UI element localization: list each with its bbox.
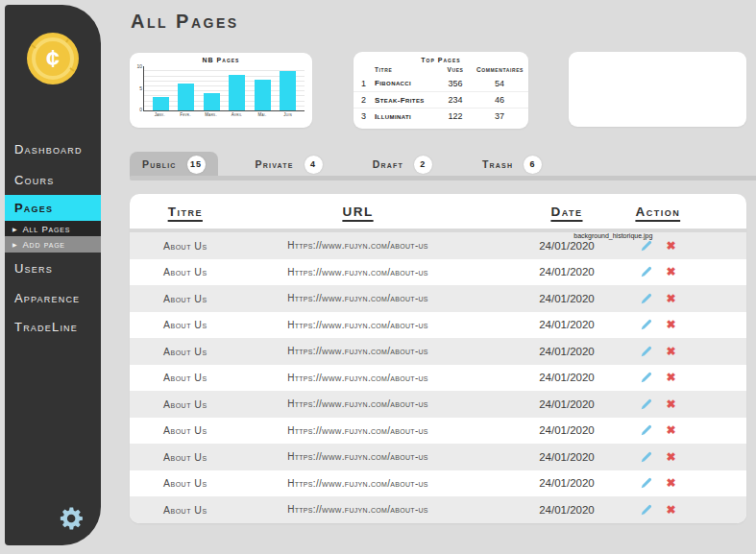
- y-tick-label: 10: [133, 63, 142, 69]
- x-tick-label: Fevr.: [177, 112, 193, 119]
- cell-url[interactable]: Https://www.fujyn.com/about-us: [241, 240, 476, 251]
- tab-private[interactable]: Private4: [243, 152, 335, 177]
- cell-titre: About Us: [130, 372, 241, 383]
- tab-draft[interactable]: Draft2: [360, 152, 445, 177]
- sidebar-item-pages[interactable]: Pages: [5, 195, 101, 221]
- delete-x-icon[interactable]: ✖: [666, 477, 675, 489]
- tab-underline-bar: [130, 176, 756, 181]
- tab-trash[interactable]: Trash6: [470, 152, 554, 177]
- x-tick-label: Juin: [280, 112, 296, 119]
- chart-bar-janv: [153, 97, 169, 110]
- chart-plot-area: [143, 66, 305, 111]
- cell-url[interactable]: Https://www.fujyn.com/about-us: [241, 267, 476, 277]
- cell-action: ✖: [635, 450, 715, 464]
- chart-title: NB Pages: [130, 53, 312, 63]
- cell-action: ✖: [635, 265, 715, 278]
- cell-url[interactable]: Https://www.fujyn.com/about-us: [241, 425, 476, 436]
- x-tick-label: Mai.: [254, 112, 270, 119]
- cell-action: ✖: [635, 318, 715, 331]
- cell-date: 24/01/2020: [487, 346, 647, 357]
- top-pages-row: 2Steak-Frites23446: [354, 91, 528, 108]
- cell-date: 24/01/2020: [487, 504, 647, 516]
- chart-bar-mai: [255, 80, 271, 110]
- cell-titre: About Us: [130, 240, 241, 252]
- sidebar-subitem-label: All Pages: [22, 224, 70, 234]
- chart-bar-mars: [204, 93, 220, 110]
- empty-card: [569, 52, 746, 127]
- cell-action: ✖: [635, 371, 715, 384]
- status-tabs: Public15Private4Draft2Trash6: [130, 152, 554, 177]
- sidebar-item-dashboard[interactable]: Dashboard: [5, 133, 101, 164]
- table-row: About UsHttps://www.fujyn.com/about-us24…: [130, 312, 746, 339]
- sidebar-item-apparence[interactable]: Apparence: [5, 283, 101, 312]
- delete-x-icon[interactable]: ✖: [666, 372, 675, 383]
- cell-date: 24/01/2020: [487, 424, 647, 436]
- tab-count-badge: 6: [524, 156, 542, 174]
- cell-url[interactable]: Https://www.fujyn.com/about-us: [241, 398, 476, 409]
- tab-count-badge: 15: [187, 156, 206, 174]
- delete-x-icon[interactable]: ✖: [666, 293, 675, 304]
- table-header-action: Action: [635, 205, 715, 219]
- cell-date: 24/01/2020: [487, 319, 647, 330]
- page-title: All Pages: [131, 11, 239, 33]
- cell-date: 24/01/2020: [487, 240, 647, 252]
- cell-url[interactable]: Https://www.fujyn.com/about-us: [241, 346, 476, 356]
- top-pages-col-vues: Vues: [434, 66, 476, 73]
- cell-action: ✖: [635, 345, 715, 358]
- sidebar-subitem-all-pages[interactable]: ▶All Pages: [5, 221, 101, 236]
- cell-url[interactable]: Https://www.fujyn.com/about-us: [241, 504, 476, 515]
- sidebar-item-label: Pages: [14, 201, 53, 215]
- brand-coin-logo-icon[interactable]: ¢: [26, 32, 80, 85]
- delete-x-icon[interactable]: ✖: [666, 504, 675, 516]
- x-tick-label: Avril: [229, 112, 245, 119]
- x-tick-label: Mars.: [203, 112, 219, 119]
- tab-label: Trash: [482, 158, 513, 170]
- delete-x-icon[interactable]: ✖: [666, 451, 675, 463]
- top-pages-row: 3Illuminati12237: [354, 108, 528, 124]
- chart-bar-fevr: [178, 84, 194, 110]
- top-pages-col-titre: Titre: [375, 66, 434, 73]
- cell-titre: About Us: [130, 319, 241, 330]
- top-page-views: 234: [434, 95, 476, 105]
- cell-url[interactable]: Https://www.fujyn.com/about-us: [241, 478, 476, 489]
- triangle-bullet-icon: ▶: [12, 241, 17, 248]
- top-page-comments: 46: [476, 95, 523, 105]
- cell-action: ✖: [635, 423, 715, 437]
- sidebar-item-cours[interactable]: Cours: [5, 164, 101, 195]
- sidebar-item-users[interactable]: Users: [5, 253, 101, 283]
- bar-chart: 1050 Janv.Fevr.Mars.AvrilMai.Juin: [143, 66, 305, 118]
- delete-x-icon[interactable]: ✖: [666, 266, 675, 277]
- tab-public[interactable]: Public15: [130, 152, 218, 177]
- cell-date: 24/01/2020: [487, 293, 647, 304]
- cell-titre: About Us: [130, 346, 241, 357]
- tab-count-badge: 2: [414, 156, 432, 174]
- delete-x-icon[interactable]: ✖: [666, 424, 675, 436]
- sidebar: ¢ DashboardCoursPages▶All Pages▶Add page…: [5, 5, 101, 545]
- table-row: About UsHttps://www.fujyn.com/about-us24…: [130, 338, 746, 365]
- sidebar-item-label: Dashboard: [14, 142, 83, 157]
- delete-x-icon[interactable]: ✖: [666, 346, 675, 357]
- table-row: About UsHttps://www.fujyn.com/about-us24…: [130, 259, 746, 286]
- cell-date: 24/01/2020: [487, 477, 647, 489]
- top-pages-card: Top Pages TitreVuesCommentaires 1Fibonac…: [354, 52, 528, 129]
- cell-url[interactable]: Https://www.fujyn.com/about-us: [241, 320, 476, 330]
- cell-date: 24/01/2020: [487, 451, 647, 463]
- top-pages-col-commentaires: Commentaires: [476, 66, 524, 73]
- sidebar-item-label: Apparence: [14, 291, 80, 305]
- coin-icon: ¢: [26, 32, 80, 85]
- sidebar-item-label: Users: [14, 261, 53, 276]
- cell-titre: About Us: [130, 504, 241, 516]
- sidebar-item-tradeline[interactable]: TradeLine: [5, 312, 101, 341]
- delete-x-icon[interactable]: ✖: [666, 398, 675, 410]
- cell-url[interactable]: Https://www.fujyn.com/about-us: [241, 451, 476, 462]
- top-page-rank: 3: [359, 111, 375, 121]
- delete-x-icon[interactable]: ✖: [666, 319, 675, 330]
- cell-url[interactable]: Https://www.fujyn.com/about-us: [241, 293, 476, 303]
- delete-x-icon[interactable]: ✖: [666, 240, 675, 252]
- settings-gear-icon[interactable]: [57, 504, 85, 533]
- table-row: About UsHttps://www.fujyn.com/about-us24…: [130, 365, 746, 392]
- sidebar-subitem-add-page[interactable]: ▶Add page: [5, 236, 101, 253]
- sidebar-item-label: Cours: [14, 173, 54, 187]
- cell-url[interactable]: Https://www.fujyn.com/about-us: [241, 373, 476, 383]
- table-row: About UsHttps://www.fujyn.com/about-us24…: [130, 285, 746, 312]
